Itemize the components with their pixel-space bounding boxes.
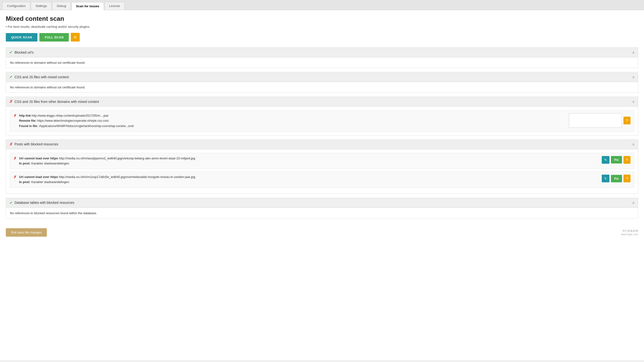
- section-blocked-urls-header[interactable]: ✔ Blocked url's ∧: [6, 48, 638, 57]
- section-posts-blocked-header[interactable]: ✗ Posts with blocked resources ∧: [6, 140, 638, 149]
- section-css-js-other-body: ✗ http link http://www.doggo.nl/wp-conte…: [6, 106, 638, 135]
- chevron-up-icon-3: ∧: [632, 100, 634, 104]
- tab-license[interactable]: License: [104, 2, 125, 10]
- edit-button-2[interactable]: ✎: [602, 174, 610, 182]
- section-css-js-other: ✗ CSS and JS files from other domains wi…: [6, 96, 638, 136]
- section-blocked-urls-body: No references to domains without ssl cer…: [6, 57, 638, 68]
- url-cannot-load-url-2: http://media.nu.nl/m/m1oxp17a8o5e_wd640.…: [59, 175, 195, 179]
- check-icon-db: ✔: [10, 200, 12, 205]
- section-posts-blocked: ✗ Posts with blocked resources ∧ ✗ Url c…: [6, 139, 638, 194]
- section-blocked-urls-title: Blocked url's: [14, 50, 34, 54]
- css-input-field[interactable]: [569, 113, 622, 128]
- quick-scan-button[interactable]: QUICK SCAN: [6, 33, 38, 42]
- tab-settings[interactable]: Settings: [31, 2, 52, 10]
- check-icon: ✔: [10, 50, 12, 54]
- section-database-tables: ✔ Database tables with blocked resources…: [6, 198, 638, 218]
- section-css-js-mixed-header[interactable]: ✔ CSS and JS files with mixed content ∧: [6, 72, 638, 82]
- section-database-tables-title: Database tables with blocked resources: [14, 201, 74, 204]
- check-icon-2: ✔: [10, 74, 12, 79]
- issue-x-icon: ✗: [14, 114, 17, 118]
- tip-text: For best results, deactivate caching and…: [6, 25, 638, 28]
- http-link-label: http link: [19, 114, 31, 117]
- in-post-label-2: In post:: [19, 180, 30, 184]
- help-button-2[interactable]: ?: [624, 174, 630, 182]
- url-cannot-load-label-2: Url cannot load over https: [19, 175, 58, 179]
- section-css-js-other-header[interactable]: ✗ CSS and JS files from other domains wi…: [6, 97, 638, 106]
- tab-debug[interactable]: Debug: [52, 2, 70, 10]
- css-js-mixed-empty-msg: No references to domains without ssl cer…: [10, 86, 634, 89]
- fix-button-2[interactable]: Fix: [611, 175, 622, 182]
- remote-file-label: Remote file:: [19, 119, 36, 122]
- full-scan-button[interactable]: FULL SCAN: [39, 33, 69, 42]
- remote-file-url: https://www.detechnologiecooperatie.nl/s…: [37, 119, 109, 122]
- css-issue-item: ✗ http link http://www.doggo.nl/wp-conte…: [10, 110, 634, 132]
- x-icon-posts: ✗: [10, 142, 12, 146]
- section-blocked-urls: ✔ Blocked url's ∧ No references to domai…: [6, 47, 638, 68]
- in-post-value-1: Karakter stadswandelingen: [32, 162, 69, 165]
- tab-scan-for-issues[interactable]: Scan for issues: [72, 2, 104, 10]
- rollback-button[interactable]: Roll back file changes: [6, 228, 47, 237]
- post-issue-x-icon-1: ✗: [14, 156, 17, 160]
- url-cannot-load-label-1: Url cannot load over https: [19, 156, 58, 160]
- section-css-js-mixed-body: No references to domains without ssl cer…: [6, 82, 638, 92]
- section-css-js-mixed: ✔ CSS and JS files with mixed content ∧ …: [6, 72, 638, 93]
- css-help-button[interactable]: ?: [624, 117, 630, 124]
- page-title: Mixed content scan: [6, 15, 638, 22]
- section-database-tables-body: No references to blocked resources found…: [6, 208, 638, 218]
- bottom-bar: Roll back file changes 淘气熊素材网 www.tqge.c…: [6, 226, 638, 239]
- section-css-js-mixed-title: CSS and JS files with mixed content: [14, 75, 69, 79]
- post-issue-item-2: ✗ Url cannot load over https http://medi…: [10, 172, 634, 188]
- watermark: 淘气熊素材网 www.tqge.com: [621, 229, 638, 236]
- section-css-js-other-title: CSS and JS files from other domains with…: [14, 100, 99, 104]
- chevron-up-icon-5: ∧: [632, 201, 634, 204]
- blocked-urls-empty-msg: No references to domains without ssl cer…: [10, 61, 634, 64]
- scan-buttons: QUICK SCAN FULL SCAN ⚙: [6, 33, 638, 42]
- section-posts-blocked-body: ✗ Url cannot load over https http://medi…: [6, 149, 638, 194]
- section-posts-blocked-title: Posts with blocked resources: [14, 142, 58, 146]
- chevron-up-icon: ∧: [632, 50, 634, 54]
- http-url-value: http://www.doggo.nl/wp-content/uploads/2…: [32, 114, 108, 117]
- scan-settings-button[interactable]: ⚙: [71, 33, 80, 42]
- post-issue-x-icon-2: ✗: [14, 175, 17, 179]
- post-issue-item-1: ✗ Url cannot load over https http://medi…: [10, 153, 634, 169]
- in-post-value-2: Karakter stadswandelingen: [32, 180, 69, 184]
- help-button-1[interactable]: ?: [624, 156, 630, 164]
- chevron-up-icon-2: ∧: [632, 75, 634, 79]
- tab-configuration[interactable]: Configuration: [2, 2, 30, 10]
- fix-button-1[interactable]: Fix: [611, 156, 622, 164]
- url-cannot-load-url-1: http://media.nu.nl/m/iaoxjlqavmo2_wd640.…: [59, 156, 195, 160]
- chevron-up-icon-4: ∧: [632, 142, 634, 146]
- main-content: Mixed content scan For best results, dea…: [0, 10, 644, 360]
- edit-button-1[interactable]: ✎: [602, 156, 610, 164]
- in-post-label-1: In post:: [19, 162, 30, 165]
- database-tables-empty-msg: No references to blocked resources found…: [10, 211, 634, 215]
- found-in-file-path: /Applications/MAMP/htdocs/rogierlankhors…: [39, 124, 134, 128]
- x-icon: ✗: [10, 99, 12, 104]
- section-database-tables-header[interactable]: ✔ Database tables with blocked resources…: [6, 198, 638, 208]
- found-in-file-label: Found in file:: [19, 124, 38, 128]
- tab-bar: Configuration Settings Debug Scan for is…: [0, 0, 644, 10]
